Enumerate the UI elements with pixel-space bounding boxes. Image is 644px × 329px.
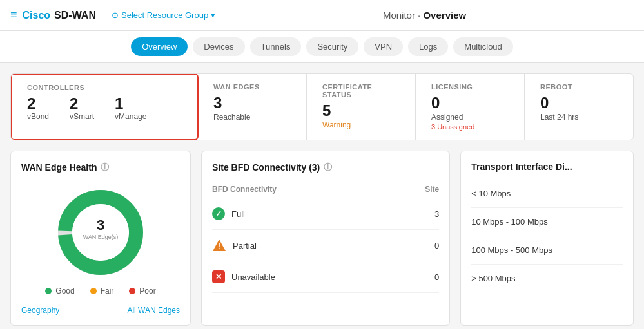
summary-row: CONTROLLERS 2 vBond 2 vSmart 1 vManage W… (10, 73, 634, 140)
legend-fair-label: Fair (101, 287, 114, 296)
svg-text:!: ! (218, 242, 220, 251)
bfd-partial-label: Partial (233, 241, 257, 250)
legend-poor: Poor (129, 287, 155, 296)
bfd-title: Site BFD Connectivity (3) ⓘ (212, 162, 439, 173)
legend-good-label: Good (55, 287, 74, 296)
vsmart-item: 2 vSmart (70, 95, 94, 121)
reboot-title: REBOOT (540, 83, 618, 91)
cert-status-num: 5 (322, 102, 400, 119)
bfd-full-count: 3 (434, 209, 439, 219)
partial-status-icon: ! (212, 239, 226, 252)
controllers-card: CONTROLLERS 2 vBond 2 vSmart 1 vManage (10, 73, 199, 140)
legend-good-dot (45, 288, 52, 294)
wan-health-panel: WAN Edge Health ⓘ 3 WAN Edge(s) Good (10, 151, 191, 326)
top-nav: ≡ Cisco SD-WAN ⊙ Select Resource Group ▾… (0, 0, 644, 31)
full-status-icon: ✓ (212, 207, 225, 220)
legend-poor-dot (129, 288, 135, 294)
tab-logs[interactable]: Logs (408, 37, 448, 56)
resource-group-selector[interactable]: ⊙ Select Resource Group ▾ (112, 10, 215, 20)
vbond-num: 2 (27, 95, 49, 112)
bfd-status-partial: ! Partial (212, 239, 257, 252)
reboot-label: Last 24 hrs (540, 113, 618, 122)
bfd-row-full: ✓ Full 3 (212, 198, 439, 230)
bfd-row-unavailable: ✕ Unavailable 0 (212, 261, 439, 293)
vsmart-label: vSmart (70, 112, 94, 121)
main-content: WAN Edge Health ⓘ 3 WAN Edge(s) Good (10, 151, 634, 326)
bfd-full-label: Full (231, 209, 245, 219)
logo-cisco: Cisco (23, 10, 51, 21)
svg-text:3: 3 (97, 217, 104, 233)
logo-sdwan: SD-WAN (54, 10, 96, 21)
licensing-label: Assigned (431, 113, 509, 122)
donut-svg: 3 WAN Edge(s) (49, 181, 152, 284)
bfd-info-icon[interactable]: ⓘ (324, 162, 332, 173)
resource-group-label: Select Resource Group (121, 10, 208, 20)
licensing-title: LICENSING (431, 83, 509, 91)
wan-edges-title: WAN Edges (213, 83, 291, 91)
legend-fair: Fair (90, 287, 114, 296)
wan-health-links: Geography All WAN Edges (21, 306, 180, 315)
bfd-header-site: Site (425, 185, 439, 194)
transport-item-2: 10 Mbps - 100 Mbps (471, 208, 623, 236)
bfd-status-full: ✓ Full (212, 207, 245, 220)
chevron-down-icon: ▾ (211, 10, 215, 20)
bfd-header-connectivity: BFD Connectivity (212, 185, 277, 194)
bfd-unavailable-label: Unavailable (231, 272, 275, 282)
wan-edges-label: Reachable (213, 113, 291, 122)
vmanage-item: 1 vManage (115, 95, 146, 121)
cert-status-card: CERTIFICATE STATUS 5 Warning (307, 74, 416, 140)
wan-edges-num: 3 (213, 95, 291, 111)
all-wan-edges-link[interactable]: All WAN Edges (127, 306, 180, 315)
bfd-table-header: BFD Connectivity Site (212, 181, 439, 198)
wan-health-title: WAN Edge Health ⓘ (21, 162, 180, 173)
vbond-item: 2 vBond (27, 95, 49, 121)
bfd-status-unavailable: ✕ Unavailable (212, 270, 275, 283)
app-logo: Cisco SD-WAN (23, 10, 96, 21)
unavailable-status-icon: ✕ (212, 270, 225, 283)
controllers-title: CONTROLLERS (27, 84, 182, 91)
transport-item-1: < 10 Mbps (471, 180, 623, 208)
page-title: Monitor · Overview (215, 10, 634, 21)
vmanage-label: vManage (115, 112, 146, 121)
legend-poor-label: Poor (139, 287, 155, 296)
bfd-unavailable-count: 0 (434, 272, 439, 282)
cert-status-label: Warning (322, 120, 400, 129)
controllers-items: 2 vBond 2 vSmart 1 vManage (27, 95, 182, 121)
tab-multicloud[interactable]: Multicloud (453, 37, 513, 56)
tab-devices[interactable]: Devices (193, 37, 244, 56)
legend-fair-dot (90, 288, 97, 294)
bfd-panel: Site BFD Connectivity (3) ⓘ BFD Connecti… (201, 151, 450, 326)
wan-health-info-icon[interactable]: ⓘ (101, 162, 109, 173)
location-icon: ⊙ (112, 10, 119, 20)
transport-panel: Transport Interface Di... < 10 Mbps 10 M… (460, 151, 634, 326)
donut-chart: 3 WAN Edge(s) Good Fair Poor (21, 181, 180, 296)
legend-good: Good (45, 287, 74, 296)
licensing-card: LICENSING 0 Assigned 3 Unassigned (416, 74, 525, 140)
licensing-num: 0 (431, 95, 509, 111)
reboot-num: 0 (540, 95, 618, 111)
vbond-label: vBond (27, 112, 49, 121)
svg-text:WAN Edge(s): WAN Edge(s) (83, 234, 119, 240)
reboot-card: REBOOT 0 Last 24 hrs (525, 74, 633, 140)
tab-tunnels[interactable]: Tunnels (250, 37, 302, 56)
tab-vpn[interactable]: VPN (364, 37, 403, 56)
bfd-partial-count: 0 (434, 241, 439, 250)
transport-item-3: 100 Mbps - 500 Mbps (471, 236, 623, 265)
tab-bar: Overview Devices Tunnels Security VPN Lo… (0, 31, 644, 63)
wan-edges-card: WAN Edges 3 Reachable (198, 74, 307, 140)
bfd-row-partial: ! Partial 0 (212, 230, 439, 261)
licensing-unassigned: 3 Unassigned (431, 123, 509, 131)
tab-overview[interactable]: Overview (131, 37, 188, 56)
transport-item-4: > 500 Mbps (471, 265, 623, 292)
donut-legend: Good Fair Poor (45, 287, 155, 296)
tab-security[interactable]: Security (306, 37, 358, 56)
transport-title: Transport Interface Di... (471, 162, 623, 172)
hamburger-icon[interactable]: ≡ (10, 8, 17, 22)
vsmart-num: 2 (70, 95, 94, 112)
cert-status-title: CERTIFICATE STATUS (322, 83, 400, 99)
vmanage-num: 1 (115, 95, 146, 112)
geography-link[interactable]: Geography (21, 306, 59, 315)
